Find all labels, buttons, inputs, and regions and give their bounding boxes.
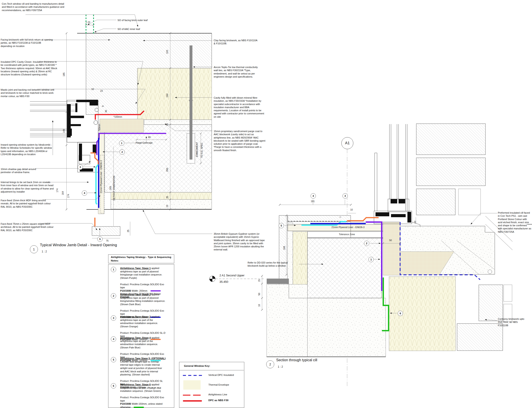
dim-164: 164	[61, 191, 64, 195]
legend-label-dpc: DPC as NBS F30	[208, 399, 229, 402]
dim-15b: 15	[166, 205, 169, 207]
detail2-number: 2	[266, 360, 274, 368]
dim-169: 169	[109, 186, 112, 190]
label-plywood-liner-horizontal: 21mm Plywood Liner - EN636-3	[309, 226, 387, 229]
label-tape-100mm: *100mm	[113, 115, 122, 118]
keynote-balloon-1: 1	[119, 141, 124, 146]
legend-swatch-thermal-envelope	[183, 380, 201, 390]
annotation-wall-ties: Ancon Teplo-Tie low thermal conductivity…	[214, 66, 261, 78]
dim-10: 10	[91, 88, 94, 90]
dim-80: 80	[148, 136, 151, 138]
annotation-mdf-lining: Face-fixed 15mm thick MDF lining around …	[1, 199, 54, 208]
dim-2: 2	[339, 217, 341, 218]
detail1-title: Typical Window Jamb Detail - Inward Open…	[40, 243, 117, 247]
note-stage-6: 6 Airtightness Tape: Stage 6 applied air…	[111, 383, 166, 408]
dim-174a: 174	[56, 188, 59, 192]
dim-103: 103	[166, 50, 169, 54]
keynote-balloon-4-cill: 4	[310, 193, 316, 199]
annotation-clay-brickwork: Clay facing brickwork, as NBS F10/110A &…	[214, 39, 259, 45]
dim-30: 30	[105, 110, 107, 113]
annotation-mdf-architrave: Face-fixed 75mm x 25mm square edged MDF …	[1, 222, 54, 232]
notes-panel-header: Airtightness Taping Strategy - Type & Se…	[111, 255, 172, 262]
annotation-shadow-gap: 10mm shadow gap detail around perimeter …	[1, 168, 46, 174]
legend-label-airtightness-line: Airtightness Line	[208, 393, 227, 396]
label-plywood-liner-vertical: 21mm Plywood Liner - EN636-3	[100, 160, 103, 193]
dim-50a: 50	[258, 293, 260, 295]
keynote-balloon-4: 4	[82, 190, 87, 196]
drawing-sheet: Con-Tech window cill and banding to manu…	[0, 0, 532, 408]
dim-25: 25	[127, 230, 129, 232]
label-tape-50mm: *50mm	[98, 124, 101, 131]
keynote-balloon-6-cill: 6	[398, 311, 403, 316]
annotation-facing-brickwork: Facing brickwork with full brick return …	[1, 38, 53, 48]
annotation-parge-coat: 15mm proprietary sand/cement parge coat …	[214, 130, 266, 152]
note-balloon-4: 4	[111, 336, 116, 342]
detail1-scale: 1 : 2	[42, 250, 47, 253]
annotation-internal-linings: Internal linings to be set back 2mm on r…	[1, 181, 55, 193]
cad-linework	[0, 0, 532, 408]
dim-185: 185	[62, 72, 65, 76]
dim-10b: 10	[258, 304, 260, 307]
dim-174b: 174	[67, 194, 70, 198]
annotation-so-aac: SO of AAC inner leaf	[118, 27, 162, 31]
annotation-window-system: Inward opening window system by Idealcom…	[1, 143, 54, 156]
note-balloon-3: 3	[111, 315, 116, 321]
keynote-balloon-5-cill: 5	[279, 223, 284, 228]
dim-10c: 10	[414, 221, 416, 223]
dim-150: 150	[166, 94, 169, 98]
annotation-contech-cill: Con-Tech window cill and banding to manu…	[2, 2, 64, 12]
dim-35: 35	[166, 196, 169, 199]
dim-15a: 15	[166, 123, 169, 126]
annotation-dpc-cavity-closer: Insulated DPC Cavity Closer. Insulation …	[1, 60, 59, 76]
dim-168: 168	[283, 246, 285, 250]
note-balloon-1: 1	[111, 267, 116, 272]
note-stage-2: 2 Airtightness Tape: Stage 2 applied air…	[111, 293, 166, 319]
legend-swatch-airtightness-line	[183, 395, 202, 396]
keynote-balloon-2-cill: 2	[364, 241, 369, 246]
dim-200: 200	[166, 168, 169, 172]
dim-9: 9	[102, 105, 104, 107]
note-balloon-6: 6	[111, 383, 116, 389]
label-tolerance-zone: Tolerance Zone	[310, 233, 384, 236]
dim-plus23: + 23	[86, 21, 90, 24]
swatch-green	[134, 407, 144, 408]
dim-10a: 10	[350, 208, 353, 211]
label-setout-dimension: SETOUT DIMENSION	[113, 176, 115, 201]
note-balloon-2: 2	[111, 293, 116, 298]
note-balloon-5: 5	[111, 357, 116, 362]
level-label: 2 A1 Second Upper	[219, 274, 244, 278]
dim-75: 75	[106, 239, 109, 242]
annotation-corduroy: Corduroy brickwork upto 2nd Floor, as NB…	[498, 317, 528, 327]
dim-191: 191	[311, 200, 315, 203]
keynote-balloon-5: 5	[97, 237, 103, 242]
keynote-balloon-3: 3	[77, 164, 83, 170]
legend-swatch-vertical-dpc	[183, 375, 202, 376]
legend-label-vertical-dpc: Vertical DPC Insulated	[208, 374, 234, 376]
detail2-title: Section through typical cill	[276, 358, 317, 362]
detail1-number: 1	[30, 245, 38, 253]
label-embedment-2: TO S.E. SPEC	[200, 143, 203, 158]
label-embedment-1: EMBEDMENT	[196, 142, 198, 157]
dim-149: 149	[62, 129, 65, 133]
dim-50b: 50	[389, 239, 392, 242]
label-parge-coverage: Parge Coverage	[136, 141, 153, 144]
annotation-so-facing-brick: SO of facing brick outer leaf	[118, 19, 166, 22]
annotation-mastic-joint: Mastic joint and backing rod between win…	[1, 88, 55, 98]
annotation-preformed-cill: Preformed insulated cill faced in Con Te…	[498, 211, 532, 233]
detail2-scale: 1 : 2	[278, 365, 283, 368]
dim-23: 23	[100, 90, 103, 92]
annotation-dd020: Refer to DD-020 series for the typical b…	[248, 261, 293, 267]
keynote-balloon-2: 2	[120, 149, 125, 155]
level-value: 35.450	[219, 280, 228, 284]
swatch-purple	[151, 290, 161, 291]
legend-swatch-dpc	[183, 400, 202, 402]
annotation-gypliner: 35mm British Gypsum Gypliner system (or …	[214, 232, 267, 251]
keynote-balloon-1-cill: 1	[369, 257, 374, 262]
legend-label-thermal-envelope: Thermal Envelope	[208, 383, 229, 386]
legend-header: General Window Key:	[184, 364, 210, 368]
keynote-balloon-3-cill: 3	[343, 193, 348, 199]
dim-15-r: 15	[258, 279, 260, 282]
legend-divider	[179, 370, 244, 370]
cill-detail-linework	[209, 124, 532, 387]
annotation-cavity-insulation: Cavity fully filled with blown mineral f…	[214, 96, 265, 118]
